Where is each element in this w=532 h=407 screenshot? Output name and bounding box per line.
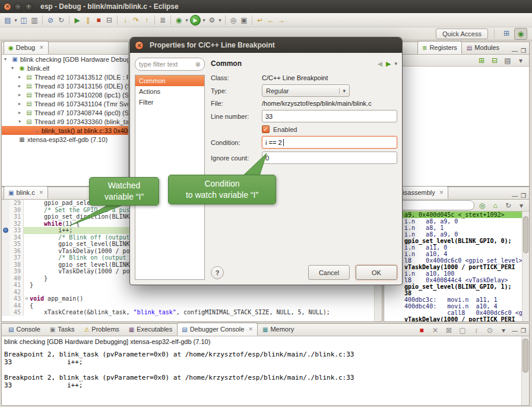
breakpoint-ruler[interactable] xyxy=(2,248,10,255)
clear-console-icon[interactable]: ▢ xyxy=(457,325,468,336)
ok-button[interactable]: OK xyxy=(356,265,397,280)
tab-registers[interactable]: ≣ Registers xyxy=(417,41,462,54)
remove-launch-icon[interactable]: ✕ xyxy=(430,325,441,336)
tab-problems[interactable]: ⚠Problems xyxy=(79,323,124,336)
debug-tree-item[interactable]: ▸▤Thread #7 1073408744 (ipc0) (Susp xyxy=(2,108,128,117)
section-item-filter[interactable]: Filter xyxy=(135,97,204,108)
expand-arrow-icon[interactable]: ▸ xyxy=(18,74,24,80)
run-menu-icon[interactable]: ▾ xyxy=(201,15,207,26)
ignore-count-input[interactable]: 0 xyxy=(262,152,397,164)
disassembly-line[interactable]: gpio_set_level(BLINK_GPIO, 1); xyxy=(384,283,522,290)
refresh-icon[interactable]: ↻ xyxy=(503,200,514,211)
disassembly-line[interactable]: 400dbc3c: movi.n a11, 1 xyxy=(384,296,522,303)
terminate-console-icon[interactable]: ■ xyxy=(416,325,427,336)
breakpoint-ruler[interactable] xyxy=(2,254,10,261)
disassembly-line[interactable]: i.n a8, 1 xyxy=(384,225,522,231)
run-icon[interactable]: ▶ xyxy=(190,15,201,26)
disassembly-line[interactable]: l8 0x400dc6c0 <gpio_set_level> xyxy=(384,257,522,264)
debug-tree-item[interactable]: ▾▣blink checking [GDB Hardware Debug xyxy=(2,55,128,64)
breakpoint-ruler[interactable] xyxy=(2,289,10,296)
editor-line[interactable]: 44{ xyxy=(2,302,375,310)
skip-all-breakpoints-icon[interactable]: ⊘ xyxy=(45,15,56,26)
step-over-icon[interactable]: ↷ xyxy=(131,15,141,26)
tab-blink-c[interactable]: ▣ blink.c ✕ xyxy=(4,186,48,199)
help-button[interactable]: ? xyxy=(211,266,224,279)
tab-executables[interactable]: ▦Executables xyxy=(124,323,177,336)
maximize-button[interactable]: ❐ xyxy=(521,193,526,199)
debug-tree-item[interactable]: →blink_task() at blink.c:33 0x400db xyxy=(2,126,128,135)
tab-modules[interactable]: ▤ Modules xyxy=(462,41,504,54)
window-close-button[interactable]: ✕ xyxy=(4,3,11,11)
console-menu-icon[interactable]: ▾ xyxy=(498,325,509,336)
sync-pc-icon[interactable]: ◎ xyxy=(477,200,487,211)
window-minimize-button[interactable]: − xyxy=(14,3,22,11)
disassembly-line[interactable]: i.n a10, 4 xyxy=(384,251,522,257)
breakpoint-ruler[interactable] xyxy=(2,200,10,207)
new-wizard-menu-icon[interactable]: ▾ xyxy=(13,15,18,26)
search-icon[interactable]: ◎ xyxy=(228,15,239,26)
expand-arrow-icon[interactable]: ▾ xyxy=(11,65,17,71)
debug-tree-item[interactable]: ▸▤Thread #2 1073413512 (IDLE : Runn xyxy=(2,72,128,81)
suspend-icon[interactable]: ∥ xyxy=(83,15,93,26)
breakpoint-ruler[interactable] xyxy=(2,275,10,282)
external-tools-icon[interactable]: ⚙ xyxy=(207,15,217,26)
open-perspective-icon[interactable]: ⊞ xyxy=(501,28,512,39)
scroll-lock-icon[interactable]: ↕ xyxy=(471,325,482,336)
debug-tree-item[interactable]: ▸▤Thread #5 1073410208 (ipc1) (Susp xyxy=(2,90,128,99)
expand-arrow-icon[interactable]: ▸ xyxy=(18,83,24,89)
debug-tree[interactable]: ▾▣blink checking [GDB Hardware Debug▾◉bl… xyxy=(2,55,128,186)
filter-input[interactable]: type filter text ⊗ xyxy=(135,58,205,71)
new-wizard-icon[interactable]: ▤ xyxy=(2,15,13,26)
view-menu-icon[interactable]: ▾ xyxy=(516,200,527,211)
registers-content[interactable] xyxy=(400,67,529,186)
breakpoint-ruler[interactable] xyxy=(2,220,10,228)
print-icon[interactable]: ▥ xyxy=(29,15,40,26)
expand-arrow-icon[interactable]: ▾ xyxy=(18,119,24,124)
save-icon[interactable]: ◫ xyxy=(18,15,29,26)
debug-tree-item[interactable]: ▾▤Thread #9 1073433360 (blink_task xyxy=(2,117,128,126)
console-scrollbar[interactable] xyxy=(521,336,529,405)
breakpoint-ruler[interactable] xyxy=(2,268,10,275)
enabled-checkbox[interactable]: ✓ xyxy=(262,125,270,133)
disassembly-line[interactable]: 400dbc40: movi.n a10, 4 xyxy=(384,303,522,310)
breakpoint-ruler[interactable] xyxy=(2,295,10,302)
breakpoint-ruler[interactable] xyxy=(2,227,10,234)
disassembly-line[interactable]: a9, 0x400d045c <_stext+1092> xyxy=(384,212,522,218)
back-history-icon[interactable]: ← xyxy=(265,15,276,26)
quick-access-button[interactable]: Quick Access xyxy=(436,29,488,39)
breakpoint-ruler[interactable] xyxy=(2,234,10,241)
disassembly-line[interactable]: l8 0x400844c4 <vTaskDelay> xyxy=(384,277,522,283)
minimize-button[interactable]: — xyxy=(512,327,518,334)
disassembly-content[interactable]: a9, 0x400d045c <_stext+1092>i.n a8, a9, … xyxy=(384,212,522,321)
debug-icon[interactable]: ◉ xyxy=(173,15,184,26)
instruction-stepping-icon[interactable]: ≣ xyxy=(157,15,168,26)
expand-arrow-icon[interactable]: ▾ xyxy=(4,56,10,62)
back-icon[interactable]: ◀ xyxy=(378,60,382,68)
disassembly-line[interactable]: gpio_set_level(BLINK_GPIO, 0); xyxy=(384,238,522,244)
cancel-button[interactable]: Cancel xyxy=(308,265,350,280)
expand-all-icon[interactable]: ⊞ xyxy=(476,55,487,66)
disassembly-line[interactable]: vTaskDelay(1000 / portTICK_PERI xyxy=(384,264,522,270)
debug-perspective-icon[interactable]: ◉ xyxy=(514,28,527,40)
view-menu-icon[interactable]: ▾ xyxy=(394,61,397,67)
forward-history-icon[interactable]: → xyxy=(276,15,287,26)
expand-arrow-icon[interactable]: ▸ xyxy=(18,101,24,106)
step-into-icon[interactable]: ↓ xyxy=(120,15,131,26)
disassembly-line[interactable]: i.n a11, 0 xyxy=(384,244,522,251)
terminate-icon[interactable]: ■ xyxy=(93,15,104,26)
debug-tree-item[interactable]: ▦xtensa-esp32-elf-gdb (7.10) xyxy=(2,135,128,144)
disassembly-scrollbar[interactable] xyxy=(522,212,529,321)
step-return-icon[interactable]: ↑ xyxy=(141,15,152,26)
tab-console[interactable]: ▤Console xyxy=(4,323,45,336)
collapse-all-icon[interactable]: ⊟ xyxy=(489,55,500,66)
pin-console-icon[interactable]: ⊙ xyxy=(484,325,495,336)
disassembly-line[interactable]: call8 0x400dc6c0 <gpio_set_level> xyxy=(384,310,522,316)
close-icon[interactable]: ✕ xyxy=(248,326,253,332)
section-item-actions[interactable]: Actions xyxy=(135,86,204,97)
debug-tree-item[interactable]: ▸▤Thread #6 1073431104 (Tmr Svc) (S xyxy=(2,99,128,108)
layout-icon[interactable]: ▤ xyxy=(502,55,513,66)
disconnect-icon[interactable]: ⊟ xyxy=(104,15,115,26)
external-tools-menu-icon[interactable]: ▾ xyxy=(217,15,223,26)
last-edit-location-icon[interactable]: ↵ xyxy=(255,15,265,26)
debug-tree-item[interactable]: ▸▤Thread #3 1073413156 (IDLE) (Susp xyxy=(2,81,128,90)
